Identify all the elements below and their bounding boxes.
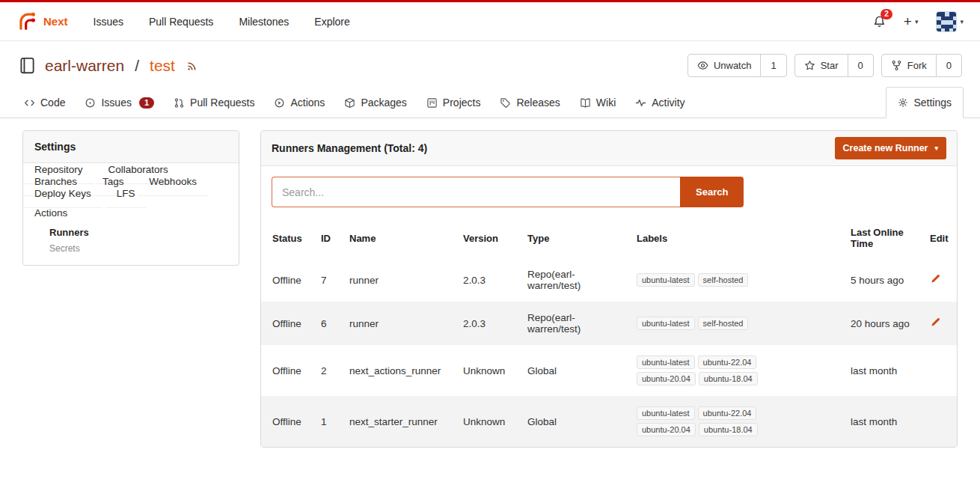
top-navbar: Next Issues Pull Requests Milestones Exp… [0, 2, 980, 41]
tab-releases[interactable]: Releases [492, 88, 567, 118]
nav-item-explore[interactable]: Explore [314, 16, 349, 28]
unwatch-button[interactable]: Unwatch [688, 55, 761, 76]
runner-version: 2.0.3 [457, 302, 521, 345]
runner-type: Repo(earl-warren/test) [521, 302, 631, 345]
sidebar-item-webhooks[interactable]: Webhooks [138, 168, 208, 196]
search-input[interactable] [272, 177, 680, 207]
repo-name-link[interactable]: test [150, 57, 175, 75]
runner-status: Offline [261, 258, 315, 302]
label-chip: ubuntu-20.04 [637, 423, 696, 436]
brand-label: Next [43, 15, 68, 28]
sidebar-item-deploy-keys[interactable]: Deploy Keys [23, 180, 102, 208]
runner-labels: ubuntu-latest ubuntu-22.04 ubuntu-20.04 … [637, 356, 775, 385]
sidebar-subitem-secrets[interactable]: Secrets [49, 240, 227, 255]
col-edit: Edit [924, 218, 957, 258]
create-runner-button[interactable]: Create new Runner ▾ [835, 137, 946, 159]
sidebar-item-actions[interactable]: Actions Runners Secrets [23, 199, 239, 265]
fork-label: Fork [907, 60, 927, 71]
label-chip: ubuntu-20.04 [637, 372, 696, 385]
actions-submenu: Runners Secrets [34, 219, 227, 257]
chevron-down-icon: ▾ [960, 18, 964, 25]
search-button[interactable]: Search [680, 177, 744, 207]
sidebar-subitem-runners[interactable]: Runners [49, 225, 227, 240]
table-row: Offline 2 next_actions_runner Unknown Gl… [261, 345, 957, 396]
edit-runner-icon[interactable] [930, 273, 941, 284]
sidebar-item-lfs[interactable]: LFS [105, 180, 147, 208]
tab-wiki[interactable]: Wiki [572, 88, 623, 118]
fork-button[interactable]: Fork [882, 55, 936, 76]
col-name: Name [343, 218, 457, 258]
notification-count-badge: 2 [881, 9, 892, 19]
runner-name: runner [343, 258, 457, 302]
unwatch-label: Unwatch [714, 60, 752, 71]
edit-runner-icon[interactable] [930, 317, 941, 328]
col-labels: Labels [631, 218, 845, 258]
watchers-count[interactable]: 1 [760, 55, 785, 76]
tab-activity[interactable]: Activity [628, 88, 692, 118]
issues-count-badge: 1 [139, 97, 154, 109]
label-chip: ubuntu-18.04 [699, 372, 758, 385]
stars-count[interactable]: 0 [848, 55, 873, 76]
tab-projects[interactable]: Projects [419, 88, 489, 118]
runner-name: next_starter_runner [343, 396, 457, 447]
user-menu[interactable]: ▾ [936, 11, 964, 32]
runner-name: runner [343, 302, 457, 345]
star-icon [804, 60, 815, 71]
nav-item-issues[interactable]: Issues [94, 16, 123, 28]
runners-panel-header: Runners Management (Total: 4) Create new… [261, 131, 957, 166]
tab-actions[interactable]: Actions [266, 88, 332, 118]
tag-icon [500, 97, 511, 109]
tab-code[interactable]: Code [16, 88, 73, 118]
nav-item-pull-requests[interactable]: Pull Requests [149, 16, 213, 28]
tab-issues[interactable]: Issues 1 [77, 88, 162, 118]
tab-packages[interactable]: Packages [337, 88, 414, 118]
rss-feed-icon[interactable] [186, 60, 198, 72]
runner-last-online: 5 hours ago [845, 258, 924, 302]
tab-pull-requests[interactable]: Pull Requests [166, 88, 262, 118]
package-icon [344, 97, 355, 109]
home-link[interactable]: Next [16, 11, 68, 31]
notifications-button[interactable]: 2 [873, 15, 886, 28]
sidebar-item-actions-label: Actions [34, 207, 227, 219]
runner-status: Offline [261, 396, 315, 447]
forks-count[interactable]: 0 [936, 55, 961, 76]
tab-label: Releases [516, 97, 560, 109]
repo-tabbar: Code Issues 1 Pull Requests Actions [0, 87, 980, 118]
eye-icon [697, 60, 708, 71]
runner-type: Global [521, 345, 631, 396]
create-new-menu[interactable]: + ▾ [904, 16, 919, 28]
label-chip: ubuntu-latest [637, 356, 695, 369]
panel-title: Runners Management (Total: 4) [272, 142, 427, 154]
fork-button-group: Fork 0 [881, 54, 962, 77]
nav-item-milestones[interactable]: Milestones [239, 16, 289, 28]
tab-label: Pull Requests [190, 97, 254, 109]
tab-settings[interactable]: Settings [886, 87, 964, 118]
gear-icon [898, 97, 908, 108]
runner-last-online: last month [845, 396, 924, 447]
play-circle-icon [274, 97, 285, 109]
tab-label: Issues [101, 97, 131, 109]
pull-request-icon [174, 97, 185, 109]
label-chip: ubuntu-latest [637, 273, 695, 287]
repo-owner-link[interactable]: earl-warren [45, 57, 124, 75]
create-runner-label: Create new Runner [843, 143, 928, 153]
page-content: Settings Repository Collaborators Branch… [0, 118, 980, 448]
col-version: Version [457, 218, 521, 258]
runner-last-online: 20 hours ago [845, 302, 924, 345]
chevron-down-icon: ▾ [934, 144, 938, 152]
col-id: ID [315, 218, 343, 258]
label-chip: ubuntu-latest [637, 406, 695, 420]
col-status: Status [261, 218, 315, 258]
runner-labels: ubuntu-latest self-hosted [637, 273, 775, 287]
runner-name: next_actions_runner [343, 345, 457, 396]
project-board-icon [426, 97, 438, 109]
runner-version: Unknown [457, 345, 521, 396]
table-row: Offline 7 runner 2.0.3 Repo(earl-warren/… [261, 258, 957, 302]
code-icon [24, 97, 35, 109]
runner-last-online: last month [845, 345, 924, 396]
runner-id: 2 [315, 345, 343, 396]
star-button[interactable]: Star [795, 55, 848, 76]
label-chip: self-hosted [698, 273, 749, 287]
issue-icon [85, 97, 96, 109]
settings-sidebar: Settings Repository Collaborators Branch… [22, 130, 239, 266]
